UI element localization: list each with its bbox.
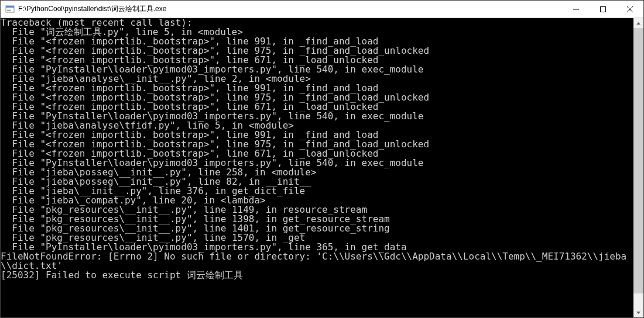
scroll-down-arrow[interactable]	[633, 307, 643, 317]
titlebar[interactable]: F:\PythonCool\pyinstaller\dist\词云绘制工具.ex…	[1, 1, 643, 18]
window-title: F:\PythonCool\pyinstaller\dist\词云绘制工具.ex…	[18, 4, 563, 14]
window-controls	[563, 1, 643, 18]
console-output[interactable]: Traceback (most recent call last): File …	[1, 18, 633, 280]
svg-rect-1	[6, 6, 14, 8]
close-button[interactable]	[616, 1, 643, 18]
scroll-up-arrow[interactable]	[633, 18, 643, 28]
console-line: [25032] Failed to execute script 词云绘制工具	[1, 271, 633, 280]
console-area: Traceback (most recent call last): File …	[1, 18, 643, 317]
svg-rect-3	[7, 10, 11, 11]
maximize-button[interactable]	[590, 1, 616, 18]
app-icon	[5, 5, 15, 14]
svg-marker-8	[636, 22, 640, 25]
console-line: FileNotFoundError: [Errno 2] No such fil…	[1, 252, 633, 271]
svg-marker-9	[636, 312, 640, 314]
vertical-scrollbar[interactable]	[633, 18, 643, 317]
minimize-button[interactable]	[563, 1, 590, 18]
scrollbar-thumb[interactable]	[633, 28, 643, 293]
svg-rect-2	[7, 9, 10, 9]
scrollbar-track[interactable]	[633, 28, 643, 307]
svg-rect-5	[601, 6, 606, 12]
